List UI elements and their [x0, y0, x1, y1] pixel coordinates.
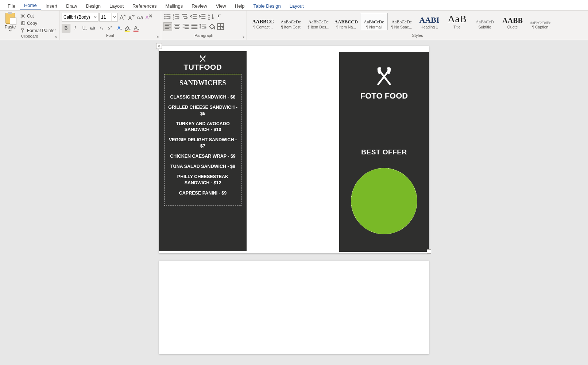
- paste-button[interactable]: Paste: [2, 13, 18, 32]
- strike-button[interactable]: ab: [89, 24, 97, 32]
- cut-button[interactable]: Cut: [20, 13, 57, 19]
- style-preview: AABBCCD: [334, 14, 358, 25]
- group-label-styles: Styles: [249, 33, 586, 40]
- numbering-button[interactable]: 123: [172, 13, 180, 21]
- font-launcher[interactable]: ↘: [155, 34, 160, 39]
- format-painter-button[interactable]: Format Painter: [20, 27, 57, 34]
- italic-button[interactable]: I: [71, 24, 79, 32]
- outdent-icon: [190, 13, 198, 21]
- tab-mailings[interactable]: Mailings: [162, 2, 187, 10]
- line-spacing-button[interactable]: [199, 23, 207, 31]
- outdent-button[interactable]: [190, 13, 198, 21]
- tab-references[interactable]: References: [128, 2, 160, 10]
- group-font: A A Aa A B I U ab x2 x2 A: [59, 11, 161, 40]
- style-preview: AABB: [500, 14, 525, 25]
- best-offer-label: BEST OFFER: [339, 148, 429, 156]
- font-size-input[interactable]: [100, 15, 111, 20]
- group-label-font: Font: [62, 33, 159, 40]
- align-center-button[interactable]: [173, 23, 181, 31]
- style-name: Title: [445, 25, 469, 29]
- style-name: ¶ Caption: [528, 25, 552, 29]
- change-case-button[interactable]: Aa: [136, 13, 144, 21]
- tab-draw[interactable]: Draw: [62, 2, 81, 10]
- paragraph-launcher[interactable]: ↘: [241, 34, 246, 39]
- group-label-paragraph: Paragraph: [163, 33, 244, 40]
- table-anchor-icon[interactable]: ✥: [156, 43, 162, 49]
- format-painter-icon: [20, 28, 26, 33]
- svg-text:A: A: [134, 24, 138, 31]
- menu-item: GRILLED CHEESE SANDWICH - $6: [167, 104, 239, 116]
- style-name: ¶ Contact...: [251, 25, 275, 29]
- show-marks-button[interactable]: ¶: [216, 13, 224, 21]
- tab-home[interactable]: Home: [20, 1, 41, 10]
- page-1[interactable]: ✥ TUTFOOD SANDWICHES CLASSIC BLT SANDWIC…: [159, 46, 429, 253]
- style-preview: AaBbCcDc: [362, 14, 386, 25]
- font-family-input[interactable]: [62, 15, 92, 20]
- green-circle-shape[interactable]: [351, 168, 417, 234]
- tab-table-layout[interactable]: Layout: [286, 2, 308, 10]
- tab-file[interactable]: File: [4, 2, 19, 10]
- ribbon-tabs: File Home Insert Draw Design Layout Refe…: [0, 0, 588, 11]
- style--item-des-[interactable]: AaBbCcDc¶ Item Des...: [305, 13, 332, 30]
- borders-button[interactable]: [217, 23, 225, 31]
- grow-font-button[interactable]: A: [119, 13, 127, 21]
- chevron-down-icon[interactable]: [92, 13, 98, 21]
- clear-format-button[interactable]: A: [145, 13, 153, 21]
- tab-design[interactable]: Design: [82, 2, 105, 10]
- style-preview: AABBCC: [251, 14, 275, 25]
- style-name: ¶ No Spac...: [390, 25, 414, 29]
- subscript-button[interactable]: x2: [97, 24, 105, 32]
- superscript-button[interactable]: x2: [106, 24, 114, 32]
- style-subtitle[interactable]: AaBbCcDSubtitle: [471, 13, 499, 30]
- font-color-button[interactable]: A: [132, 24, 140, 32]
- tab-table-design[interactable]: Table Design: [249, 2, 285, 10]
- highlight-button[interactable]: [124, 24, 132, 32]
- shading-button[interactable]: [208, 23, 216, 31]
- clipboard-launcher[interactable]: ↘: [53, 34, 58, 39]
- sort-button[interactable]: AZ: [207, 13, 215, 21]
- text-effects-button[interactable]: A: [115, 24, 123, 32]
- align-left-button[interactable]: [163, 22, 172, 31]
- justify-button[interactable]: [190, 23, 198, 31]
- document-canvas[interactable]: ✥ TUTFOOD SANDWICHES CLASSIC BLT SANDWIC…: [0, 42, 588, 365]
- style--no-spac-[interactable]: AaBbCcDc¶ No Spac...: [388, 13, 415, 30]
- tab-layout[interactable]: Layout: [105, 2, 128, 10]
- style-quote[interactable]: AABBQuote: [499, 13, 526, 30]
- tab-help[interactable]: Help: [231, 2, 249, 10]
- tab-review[interactable]: Review: [187, 2, 211, 10]
- indent-button[interactable]: [198, 13, 206, 21]
- style-heading-1[interactable]: AABIHeading 1: [415, 13, 443, 30]
- bullets-button[interactable]: [163, 13, 171, 21]
- style--item-cost[interactable]: AaBbCcDc¶ Item Cost: [277, 13, 305, 30]
- cut-label: Cut: [27, 14, 34, 19]
- resize-handle[interactable]: [427, 249, 431, 254]
- group-label-clipboard: Clipboard: [2, 34, 57, 40]
- bold-button[interactable]: B: [62, 24, 70, 32]
- menu-item: TURKEY AND AVOCADO SANDWICH - $10: [167, 121, 239, 133]
- menu-text-selection[interactable]: SANDWICHES CLASSIC BLT SANDWICH - $8GRIL…: [164, 74, 241, 206]
- underline-button[interactable]: U: [80, 24, 88, 32]
- menu-item: PHILLY CHEESESTEAK SANDWICH - $12: [167, 174, 239, 186]
- style--item-na-[interactable]: AABBCCD¶ Item Na...: [332, 13, 360, 30]
- align-right-button[interactable]: [182, 23, 190, 31]
- style--contact-[interactable]: AABBCC¶ Contact...: [249, 13, 277, 30]
- ribbon: Paste Cut Copy Format Painter Clipboard: [0, 11, 588, 40]
- menu-panel-left[interactable]: TUTFOOD SANDWICHES CLASSIC BLT SANDWICH …: [159, 51, 247, 251]
- tab-insert[interactable]: Insert: [42, 2, 62, 10]
- svg-text:Aa: Aa: [136, 14, 143, 20]
- copy-button[interactable]: Copy: [20, 20, 57, 27]
- multilevel-button[interactable]: [181, 13, 189, 21]
- style--normal[interactable]: AaBbCcDc¶ Normal: [360, 13, 388, 30]
- style-name: Subtitle: [473, 25, 497, 29]
- styles-gallery[interactable]: AABBCC¶ Contact...AaBbCcDc¶ Item CostAaB…: [249, 13, 554, 30]
- menu-panel-right[interactable]: FOTO FOOD BEST OFFER: [339, 52, 429, 252]
- font-family-combo[interactable]: [62, 13, 98, 22]
- svg-point-12: [164, 16, 166, 18]
- tab-view[interactable]: View: [212, 2, 230, 10]
- style-title[interactable]: AaBTitle: [443, 13, 471, 30]
- style--caption[interactable]: AaBbCcDdEe¶ Caption: [526, 13, 554, 30]
- chevron-down-icon[interactable]: [111, 13, 117, 21]
- page-2[interactable]: [159, 261, 429, 354]
- shrink-font-button[interactable]: A: [127, 13, 135, 21]
- font-size-combo[interactable]: [99, 13, 118, 22]
